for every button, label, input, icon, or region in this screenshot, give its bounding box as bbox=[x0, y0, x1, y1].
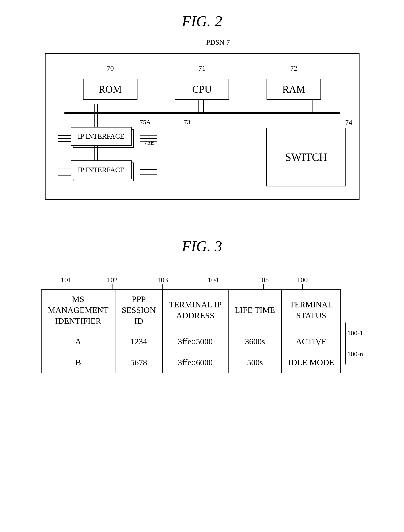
pdsn-label: PDSN 7 bbox=[206, 38, 230, 46]
table-row: A12343ffe::50003600sACTIVE bbox=[41, 331, 341, 352]
cell-lifetime: 500s bbox=[228, 352, 281, 373]
cell-ppp: 1234 bbox=[115, 331, 162, 352]
fig3-title: FIG. 3 bbox=[182, 238, 222, 255]
cell-status: ACTIVE bbox=[282, 331, 341, 352]
ram-box: RAM bbox=[267, 79, 321, 100]
row-labels: 100-1 100-n bbox=[345, 289, 363, 364]
col-num-102: 102 bbox=[107, 276, 118, 284]
label-70: 70 bbox=[83, 64, 137, 72]
col-header-2: PPP SESSION ID bbox=[115, 289, 162, 331]
cell-ip: 3ffe::6000 bbox=[163, 352, 228, 373]
switch-box: SWITCH bbox=[266, 128, 346, 186]
cell-ppp: 5678 bbox=[115, 352, 162, 373]
table-container: 101 102 103 104 105 bbox=[41, 276, 363, 373]
fig2-section: FIG. 2 PDSN 7 70 71 72 ROM CPU bbox=[17, 13, 387, 200]
cell-ip: 3ffe::5000 bbox=[163, 331, 228, 352]
label-75a: 75A bbox=[140, 119, 151, 126]
rom-box: ROM bbox=[83, 79, 137, 100]
cell-ms: B bbox=[41, 352, 115, 373]
pdsn-outer-box: 70 71 72 ROM CPU RAM bbox=[45, 53, 359, 200]
ip-interface-1-box: IP INTERFACE bbox=[71, 127, 132, 146]
table-row: B56783ffe::6000500sIDLE MODE bbox=[41, 352, 341, 373]
col-num-103: 103 bbox=[157, 276, 168, 284]
label-73: 73 bbox=[184, 119, 190, 126]
cell-status: IDLE MODE bbox=[282, 352, 341, 373]
data-table: MS MANAGEMENT IDENTIFIER PPP SESSION ID … bbox=[41, 289, 341, 373]
col-header-3: TERMINAL IP ADDRESS bbox=[163, 289, 228, 331]
label-71: 71 bbox=[175, 64, 229, 72]
cpu-box: CPU bbox=[175, 79, 229, 100]
label-74: 74 bbox=[345, 119, 352, 126]
cell-lifetime: 3600s bbox=[228, 331, 281, 352]
col-header-1: MS MANAGEMENT IDENTIFIER bbox=[41, 289, 115, 331]
label-72: 72 bbox=[267, 64, 321, 72]
fig2-title: FIG. 2 bbox=[182, 13, 222, 30]
col-header-4: LIFE TIME bbox=[228, 289, 281, 331]
col-num-105: 105 bbox=[258, 276, 269, 284]
col-num-104: 104 bbox=[208, 276, 218, 284]
label-75b: 75B bbox=[144, 139, 155, 146]
cell-ms: A bbox=[41, 331, 115, 352]
fig3-section: FIG. 3 101 102 103 104 bbox=[17, 238, 387, 373]
col-header-5: TERMINAL STATUS bbox=[282, 289, 341, 331]
row-n-label: 100-n bbox=[347, 350, 363, 358]
col-num-101: 101 bbox=[61, 276, 72, 284]
ip-interface-2-box: IP INTERFACE bbox=[71, 160, 132, 179]
row-1-label: 100-1 bbox=[347, 329, 363, 337]
table-num-100: 100 bbox=[297, 276, 308, 284]
